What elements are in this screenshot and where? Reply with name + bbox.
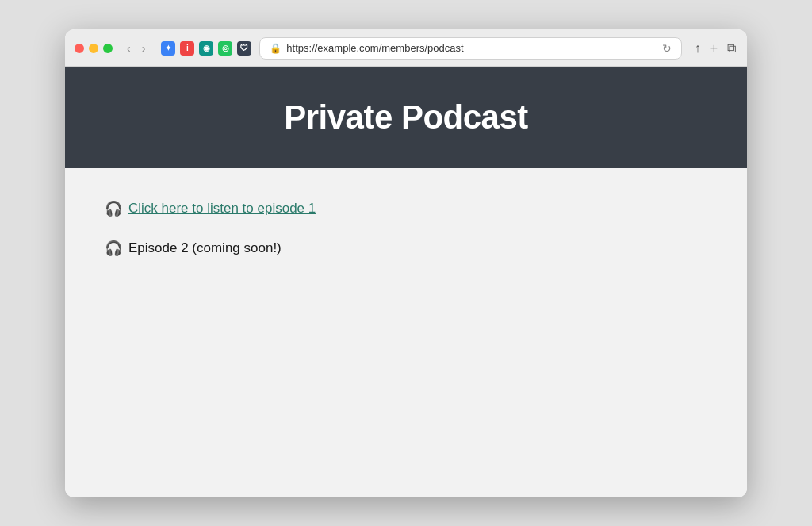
browser-controls: ‹ › bbox=[124, 41, 148, 56]
extension-icon-1[interactable]: ✦ bbox=[161, 41, 175, 56]
lock-icon: 🔒 bbox=[270, 43, 282, 54]
minimize-button[interactable] bbox=[89, 44, 98, 53]
back-button[interactable]: ‹ bbox=[124, 41, 134, 56]
page-content: Private Podcast 🎧 Click here to listen t… bbox=[65, 67, 747, 497]
browser-chrome: ‹ › ✦ i ◉ ◎ 🛡 🔒 https://example.com/memb… bbox=[65, 29, 747, 67]
list-item: 🎧 Click here to listen to episode 1 bbox=[105, 200, 707, 217]
extension-icons: ✦ i ◉ ◎ 🛡 bbox=[161, 41, 251, 56]
episode-2-label: Episode 2 (coming soon!) bbox=[128, 240, 282, 256]
forward-button[interactable]: › bbox=[139, 41, 149, 56]
copy-button[interactable]: ⧉ bbox=[726, 40, 737, 57]
extension-icon-3[interactable]: ◉ bbox=[199, 41, 213, 56]
reload-icon[interactable]: ↻ bbox=[662, 42, 672, 55]
browser-window: ‹ › ✦ i ◉ ◎ 🛡 🔒 https://example.com/memb… bbox=[65, 29, 747, 497]
browser-top-bar: ‹ › ✦ i ◉ ◎ 🛡 🔒 https://example.com/memb… bbox=[75, 37, 737, 60]
share-button[interactable]: ↑ bbox=[693, 40, 703, 57]
new-tab-button[interactable]: + bbox=[709, 40, 719, 57]
page-body: 🎧 Click here to listen to episode 1 🎧 Ep… bbox=[65, 168, 747, 497]
headphones-icon: 🎧 bbox=[105, 200, 122, 217]
browser-actions: ↑ + ⧉ bbox=[693, 40, 737, 57]
traffic-lights bbox=[75, 44, 113, 53]
maximize-button[interactable] bbox=[103, 44, 113, 53]
close-button[interactable] bbox=[75, 44, 84, 53]
page-title: Private Podcast bbox=[81, 98, 731, 136]
headphones-icon: 🎧 bbox=[105, 240, 122, 257]
url-text: https://example.com/members/podcast bbox=[286, 42, 463, 54]
extension-icon-2[interactable]: i bbox=[180, 41, 194, 56]
address-bar[interactable]: 🔒 https://example.com/members/podcast ↻ bbox=[259, 37, 681, 60]
extension-icon-5[interactable]: 🛡 bbox=[237, 41, 251, 56]
extension-icon-4[interactable]: ◎ bbox=[218, 41, 232, 56]
list-item: 🎧 Episode 2 (coming soon!) bbox=[105, 240, 707, 257]
episode-1-link[interactable]: Click here to listen to episode 1 bbox=[128, 201, 316, 217]
page-header: Private Podcast bbox=[65, 67, 747, 168]
